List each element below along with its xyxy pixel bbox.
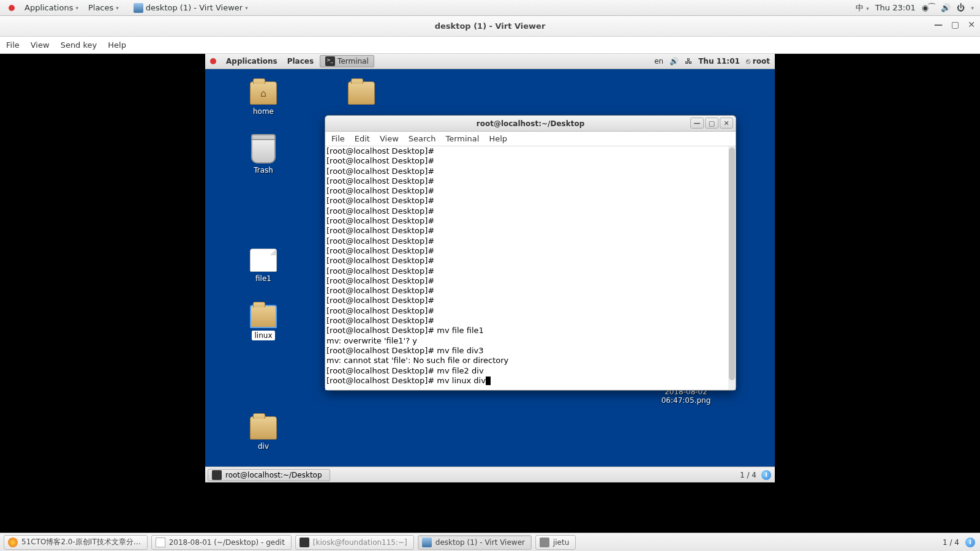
taskbar-kiosk-terminal[interactable]: [kiosk@foundation115:~] — [295, 535, 414, 550]
terminal-close-button[interactable]: ✕ — [720, 118, 733, 129]
desktop-icon-trash[interactable]: Trash — [236, 137, 291, 174]
gedit-icon — [156, 538, 165, 547]
terminal-icon: >_ — [325, 56, 335, 66]
desktop-icon-linux[interactable]: linux — [236, 305, 291, 340]
guest-clock[interactable]: Thu 11:01 — [698, 57, 740, 66]
guest-volume-icon[interactable]: 🔊 — [669, 57, 679, 66]
term-menu-file[interactable]: File — [331, 134, 345, 143]
desktop-icon-div[interactable]: div — [236, 416, 291, 451]
taskbar-jietu[interactable]: jietu — [535, 535, 576, 550]
guest-bottom-panel: root@localhost:~/Desktop 1 / 4 i — [205, 467, 775, 482]
minimize-button[interactable]: — — [934, 20, 943, 29]
guest-network-icon[interactable]: 🖧 — [685, 57, 692, 66]
app-icon — [540, 538, 549, 547]
term-menu-edit[interactable]: Edit — [355, 134, 370, 143]
terminal-scrollbar[interactable] — [728, 146, 736, 390]
guest-taskbar-terminal[interactable]: root@localhost:~/Desktop — [208, 469, 330, 481]
virt-viewer-title: desktop (1) - Virt Viewer — [435, 21, 546, 31]
taskbar-firefox[interactable]: 51CTO博客2.0-原创IT技术文章分… — [4, 535, 148, 550]
desktop-icon-file1[interactable]: file1 — [236, 249, 291, 283]
virt-viewer-menubar: File View Send key Help — [0, 37, 980, 54]
volume-icon[interactable]: 🔊 — [941, 3, 951, 12]
terminal-window[interactable]: root@localhost:~/Desktop — ▢ ✕ File Edit… — [325, 115, 736, 391]
term-menu-terminal[interactable]: Terminal — [445, 134, 479, 143]
vv-menu-view[interactable]: View — [31, 40, 50, 50]
terminal-menubar: File Edit View Search Terminal Help — [325, 132, 736, 146]
terminal-maximize-button[interactable]: ▢ — [705, 118, 718, 129]
host-applications-menu[interactable]: Applications ▾ — [20, 3, 83, 12]
close-button[interactable]: ✕ — [968, 20, 975, 29]
terminal-output[interactable]: [root@localhost Desktop]# [root@localhos… — [325, 146, 736, 390]
folder-icon — [348, 81, 375, 105]
virt-viewer-window: desktop (1) - Virt Viewer — ▢ ✕ File Vie… — [0, 16, 980, 533]
guest-running-terminal[interactable]: >_ Terminal — [320, 55, 374, 67]
virt-viewer-titlebar[interactable]: desktop (1) - Virt Viewer — ▢ ✕ — [0, 16, 980, 37]
trash-icon — [251, 137, 276, 163]
guest-notification-icon[interactable]: i — [761, 470, 771, 480]
vm-display-stage: Applications Places >_ Terminal en 🔊 🖧 T… — [0, 54, 980, 533]
guest-user-menu[interactable]: ⎋root — [746, 57, 770, 66]
vv-menu-help[interactable]: Help — [108, 40, 126, 50]
folder-icon: ⌂ — [250, 81, 277, 105]
folder-icon — [250, 416, 277, 440]
host-places-menu[interactable]: Places ▾ — [83, 3, 124, 12]
terminal-minimize-button[interactable]: — — [690, 118, 704, 129]
desktop-icon-div3[interactable] — [334, 81, 389, 107]
host-top-panel: Applications ▾ Places ▾ desktop (1) - Vi… — [0, 0, 980, 16]
guest-lang-indicator[interactable]: en — [654, 57, 663, 66]
taskbar-virt-viewer[interactable]: desktop (1) - Virt Viewer — [418, 535, 532, 550]
guest-activities-icon[interactable] — [205, 58, 221, 64]
terminal-title: root@localhost:~/Desktop — [477, 119, 585, 128]
firefox-icon — [8, 538, 18, 547]
file-icon — [250, 249, 277, 272]
virt-viewer-icon — [134, 3, 143, 13]
host-notification-icon[interactable]: i — [965, 538, 975, 547]
logout-icon: ⎋ — [746, 57, 750, 66]
wifi-icon[interactable]: ◉⁀ — [922, 3, 935, 12]
host-bottom-panel: 51CTO博客2.0-原创IT技术文章分… 2018-08-01 (~/Desk… — [0, 533, 980, 551]
vv-menu-sendkey[interactable]: Send key — [61, 40, 97, 50]
host-workspace-pager[interactable]: 1 / 4 — [943, 538, 959, 547]
terminal-icon — [212, 470, 222, 480]
terminal-icon — [300, 538, 309, 547]
taskbar-gedit[interactable]: 2018-08-01 (~/Desktop) - gedit — [151, 535, 292, 550]
term-menu-search[interactable]: Search — [409, 134, 436, 143]
vv-menu-file[interactable]: File — [6, 40, 20, 50]
host-running-app[interactable]: desktop (1) - Virt Viewer ▾ — [129, 3, 253, 13]
term-menu-help[interactable]: Help — [489, 134, 507, 143]
host-clock[interactable]: Thu 23:01 — [875, 3, 916, 12]
folder-icon — [250, 305, 277, 328]
power-icon[interactable]: ⏻ — [957, 3, 965, 12]
maximize-button[interactable]: ▢ — [951, 20, 959, 29]
guest-places-menu[interactable]: Places — [282, 57, 318, 66]
virt-viewer-icon — [422, 538, 432, 547]
guest-desktop[interactable]: Applications Places >_ Terminal en 🔊 🖧 T… — [205, 54, 775, 482]
ime-indicator[interactable]: 中 ▾ — [856, 2, 869, 13]
guest-applications-menu[interactable]: Applications — [221, 57, 282, 66]
terminal-titlebar[interactable]: root@localhost:~/Desktop — ▢ ✕ — [325, 116, 736, 132]
host-activities-icon[interactable] — [4, 5, 20, 11]
desktop-icon-home[interactable]: ⌂ home — [236, 81, 291, 116]
guest-workspace-pager[interactable]: 1 / 4 — [740, 471, 756, 479]
term-menu-view[interactable]: View — [380, 134, 399, 143]
guest-top-panel: Applications Places >_ Terminal en 🔊 🖧 T… — [205, 54, 775, 69]
